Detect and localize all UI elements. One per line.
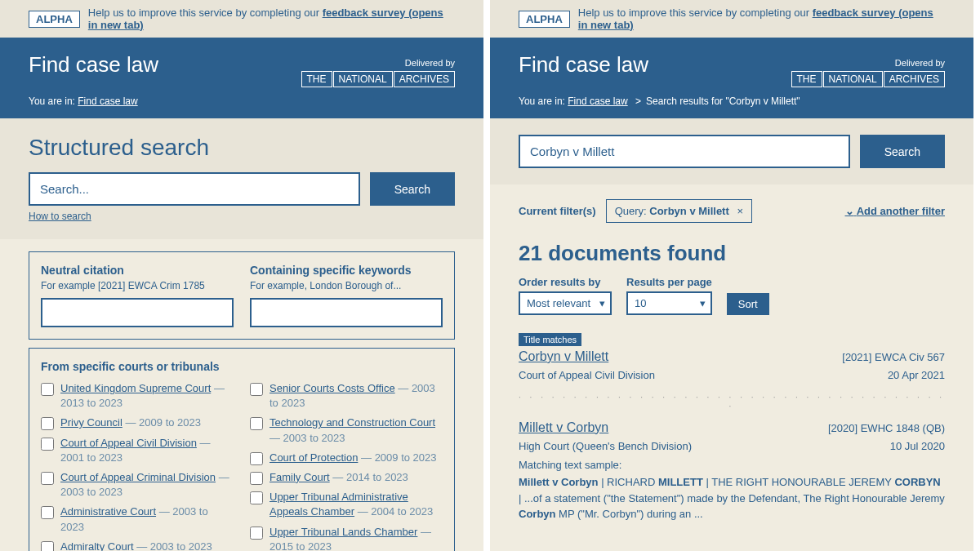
court-checkbox-item[interactable]: Court of Appeal Civil Division — 2001 to… <box>41 436 234 465</box>
court-checkbox-item[interactable]: Administrative Court — 2003 to 2023 <box>41 504 234 534</box>
neutral-citation-input[interactable] <box>41 298 234 327</box>
structured-filters: Neutral citation For example [2021] EWCA… <box>0 239 483 551</box>
court-checkbox[interactable] <box>41 506 54 519</box>
court-checkbox[interactable] <box>250 452 263 465</box>
alpha-banner: ALPHA Help us to improve this service by… <box>490 0 973 38</box>
result-title-link[interactable]: Millett v Corbyn <box>519 420 608 435</box>
court-checkbox-item[interactable]: Admiralty Court — 2003 to 2023 <box>41 540 234 551</box>
search-button[interactable]: Search <box>860 135 945 168</box>
alpha-text: Help us to improve this service by compl… <box>88 7 455 31</box>
court-checkbox[interactable] <box>41 383 54 396</box>
search-input[interactable] <box>29 172 360 206</box>
results-content: 21 documents found Order results by Most… <box>490 233 973 542</box>
per-page-select[interactable]: 10 <box>626 291 712 315</box>
result-court: High Court (Queen's Bench Division) <box>519 440 692 452</box>
neutral-citation-hint: For example [2021] EWCA Crim 1785 <box>41 280 234 291</box>
court-checkbox[interactable] <box>41 417 54 430</box>
match-sample-text: Millett v Corbyn | RICHARD MILLETT | THE… <box>519 474 945 522</box>
results-count: 21 documents found <box>519 241 945 266</box>
court-checkbox[interactable] <box>250 491 263 504</box>
add-filter-button[interactable]: ⌄ Add another filter <box>845 205 945 217</box>
match-sample-label: Matching text sample: <box>519 459 945 471</box>
result-citation: [2020] EWHC 1848 (QB) <box>828 422 945 434</box>
result-citation: [2021] EWCA Civ 567 <box>842 351 945 363</box>
court-checkbox[interactable] <box>41 438 54 451</box>
alpha-text: Help us to improve this service by compl… <box>578 7 945 31</box>
breadcrumb-home[interactable]: Find case law <box>568 96 627 107</box>
remove-filter-icon[interactable]: × <box>737 205 743 217</box>
court-checkbox[interactable] <box>250 527 263 540</box>
result-title-link[interactable]: Corbyn v Millett <box>519 349 608 364</box>
breadcrumb-home[interactable]: Find case law <box>78 96 137 107</box>
court-checkbox-item[interactable]: Privy Council — 2009 to 2023 <box>41 415 234 430</box>
breadcrumb-current: Search results for "Corbyn v Millett" <box>646 96 800 107</box>
alpha-badge: ALPHA <box>519 11 570 28</box>
left-panel: ALPHA Help us to improve this service by… <box>0 0 490 551</box>
court-checkbox[interactable] <box>41 541 54 551</box>
court-checkbox-item[interactable]: Technology and Construction Court — 2003… <box>250 415 443 445</box>
court-checkbox-item[interactable]: Court of Appeal Criminal Division — 2003… <box>41 470 234 500</box>
court-checkbox[interactable] <box>250 383 263 396</box>
neutral-citation-label: Neutral citation <box>41 264 234 277</box>
court-checkbox-item[interactable]: United Kingdom Supreme Court — 2013 to 2… <box>41 381 234 411</box>
alpha-banner: ALPHA Help us to improve this service by… <box>0 0 483 38</box>
order-by-label: Order results by <box>519 276 612 288</box>
search-button[interactable]: Search <box>370 172 455 206</box>
per-page-label: Results per page <box>626 276 712 288</box>
result-item: Title matches Corbyn v Millett [2021] EW… <box>519 331 945 381</box>
court-checkbox-item[interactable]: Senior Courts Costs Office — 2003 to 202… <box>250 381 443 411</box>
court-checkbox-item[interactable]: Family Court — 2014 to 2023 <box>250 470 443 485</box>
header: Find case law Delivered by THENATIONALAR… <box>490 38 973 118</box>
court-checkbox-item[interactable]: Upper Tribunal Administrative Appeals Ch… <box>250 490 443 519</box>
result-item: Millett v Corbyn [2020] EWHC 1848 (QB) H… <box>519 420 945 522</box>
court-checkbox[interactable] <box>250 472 263 485</box>
result-date: 20 Apr 2021 <box>888 369 945 381</box>
search-input[interactable] <box>519 135 850 168</box>
result-date: 10 Jul 2020 <box>890 440 945 452</box>
current-filters-label: Current filter(s) <box>519 205 596 217</box>
courts-label: From specific courts or tribunals <box>41 360 443 373</box>
result-court: Court of Appeal Civil Division <box>519 369 655 381</box>
order-by-select[interactable]: Most relevant <box>519 291 612 315</box>
search-heading: Structured search <box>29 135 455 161</box>
result-divider: · · · · · · · · · · · · · · · · · · · · … <box>519 393 945 411</box>
breadcrumb: You are in: Find case law <box>29 92 455 110</box>
active-filters-bar: Current filter(s) Query: Corbyn v Millet… <box>490 184 973 233</box>
right-panel: ALPHA Help us to improve this service by… <box>490 0 980 551</box>
filter-chip-query: Query: Corbyn v Millett × <box>606 199 752 223</box>
sort-button[interactable]: Sort <box>727 293 769 315</box>
keywords-label: Containing specific keywords <box>250 264 443 277</box>
search-section: Search <box>490 118 973 184</box>
court-checkbox-item[interactable]: Upper Tribunal Lands Chamber — 2015 to 2… <box>250 525 443 552</box>
title-match-badge: Title matches <box>519 333 581 346</box>
court-checkbox[interactable] <box>41 472 54 485</box>
keywords-input[interactable] <box>250 298 443 327</box>
header: Find case law Delivered by THENATIONALAR… <box>0 38 483 118</box>
court-checkbox-item[interactable]: Court of Protection — 2009 to 2023 <box>250 451 443 465</box>
how-to-search-link[interactable]: How to search <box>29 211 91 222</box>
breadcrumb: You are in: Find case law >Search result… <box>519 92 945 110</box>
keywords-hint: For example, London Borough of... <box>250 280 443 291</box>
search-section: Structured search Search How to search <box>0 118 483 239</box>
court-checkbox[interactable] <box>250 417 263 430</box>
alpha-badge: ALPHA <box>29 11 80 28</box>
